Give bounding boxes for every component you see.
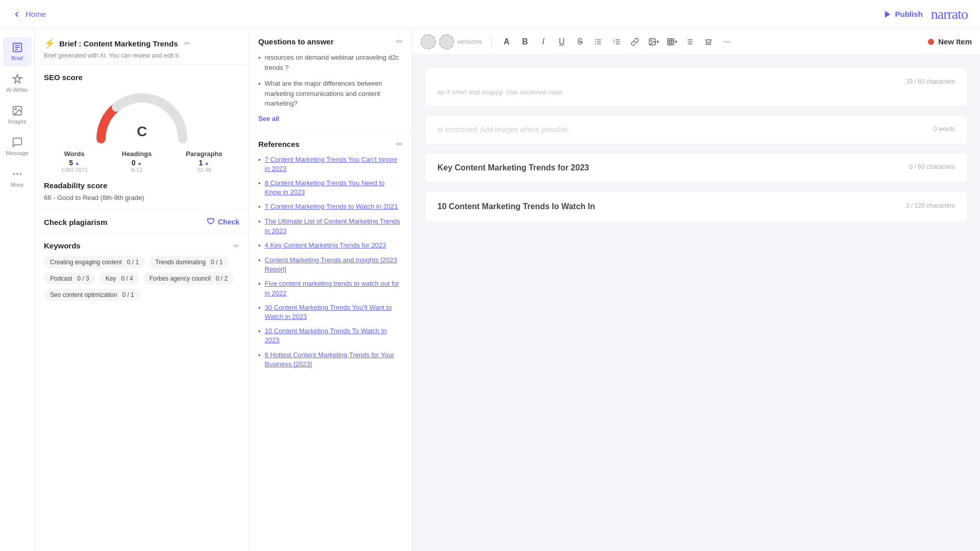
toolbar-italic-btn[interactable]: I bbox=[535, 34, 551, 49]
brief-title-row: ⚡ Brief : Content Marketing Trends ✏ bbox=[44, 38, 239, 49]
ref-bullet-9: • bbox=[258, 327, 261, 336]
svg-rect-24 bbox=[668, 39, 674, 45]
reference-link-3[interactable]: 7 Content Marketing Trends to Watch in 2… bbox=[265, 202, 398, 211]
editor-card-4-row: 10 Content Marketing Trends Io Watch In … bbox=[437, 202, 955, 211]
svg-text:C: C bbox=[136, 123, 146, 139]
svg-point-15 bbox=[595, 41, 596, 42]
reference-item-10: • 6 Hottest Content Marketing Trends for… bbox=[258, 350, 403, 369]
metric-paragraphs-label: Paragraphs bbox=[186, 150, 223, 158]
sidebar-message-label: Message bbox=[6, 150, 29, 156]
keyword-tag: Key 0 / 4 bbox=[100, 272, 139, 285]
sidebar-item-images[interactable]: Images bbox=[3, 100, 32, 130]
reference-link-5[interactable]: 4 Key Content Marketing Trends for 2023 bbox=[265, 241, 386, 250]
bullet-icon-2: • bbox=[258, 79, 261, 89]
references-edit-icon[interactable]: ✏ bbox=[396, 139, 403, 149]
editor-card-body-row: st structured. Add images where possible… bbox=[437, 126, 955, 134]
editor-card-4[interactable]: 10 Content Marketing Trends Io Watch In … bbox=[425, 191, 968, 222]
toolbar-table-btn[interactable]: ▾ bbox=[664, 34, 679, 49]
publish-icon bbox=[883, 10, 892, 19]
brand-name: narrato bbox=[931, 6, 968, 22]
metric-headings-arrow: ▲ bbox=[137, 160, 142, 166]
reference-link-7[interactable]: Five content marketing trends to watch o… bbox=[265, 279, 403, 297]
sidebar-item-brief[interactable]: Brief bbox=[3, 37, 32, 66]
plagiarism-label: Check plagiarism bbox=[44, 218, 107, 227]
toolbar-clear-btn[interactable] bbox=[701, 34, 716, 49]
publish-button[interactable]: Publish bbox=[883, 10, 923, 19]
keyword-tag: Podcast 0 / 3 bbox=[44, 272, 95, 285]
toolbar-bullet-list-btn[interactable] bbox=[591, 34, 606, 49]
home-link[interactable]: Home bbox=[12, 10, 46, 19]
questions-header: Questions to answer ✏ bbox=[258, 37, 403, 46]
editor-toolbar: versions A B I U S 12 bbox=[412, 29, 980, 55]
sidebar-item-message[interactable]: Message bbox=[3, 132, 32, 161]
brief-title: Brief : Content Marketing Trends bbox=[59, 39, 178, 48]
reference-link-9[interactable]: 10 Content Marketing Trends To Watch In … bbox=[265, 327, 403, 345]
ref-bullet-10: • bbox=[258, 351, 261, 360]
questions-edit-icon[interactable]: ✏ bbox=[396, 37, 403, 46]
seo-score-section: SEO score C Words 5 bbox=[35, 65, 249, 181]
toolbar-format-btn[interactable] bbox=[682, 34, 698, 49]
reference-link-2[interactable]: 8 Content Marketing Trends You Need to K… bbox=[265, 179, 403, 197]
toolbar-link-btn[interactable] bbox=[627, 34, 643, 49]
svg-point-8 bbox=[16, 173, 18, 175]
sidebar-item-ai-writer[interactable]: AI Writer bbox=[3, 68, 32, 98]
keyword-tag: Trends dominating 0 / 1 bbox=[149, 256, 229, 268]
editor-body-hint: st structured. Add images where possible… bbox=[437, 126, 570, 134]
question-item-1: • resources on demand webinar unraveling… bbox=[258, 53, 403, 72]
brief-panel: ⚡ Brief : Content Marketing Trends ✏ Bri… bbox=[35, 29, 249, 551]
reference-link-1[interactable]: 7 Content Marketing Trends You Can't Ign… bbox=[265, 155, 403, 173]
brief-icon bbox=[12, 42, 23, 53]
ai-writer-icon bbox=[12, 73, 23, 85]
keywords-edit-icon[interactable]: ✏ bbox=[233, 242, 239, 250]
reference-link-10[interactable]: 6 Hottest Content Marketing Trends for Y… bbox=[265, 350, 403, 369]
reference-item-2: • 8 Content Marketing Trends You Need to… bbox=[258, 179, 403, 197]
questions-title: Questions to answer bbox=[258, 37, 334, 46]
seo-gauge-container: C bbox=[44, 88, 239, 144]
editor-content: 33 / 60 characters ep it short and snapp… bbox=[412, 55, 980, 551]
reference-link-8[interactable]: 30 Content Marketing Trends You'll Want … bbox=[265, 303, 403, 321]
svg-text:2: 2 bbox=[614, 40, 615, 43]
metric-paragraphs-arrow: ▲ bbox=[204, 160, 209, 166]
editor-card-3-title[interactable]: Key Content Marketing Trends for 2023 bbox=[437, 163, 910, 172]
check-plagiarism-button[interactable]: 🛡 Check bbox=[207, 217, 239, 227]
sidebar-brief-label: Brief bbox=[11, 55, 23, 61]
home-label: Home bbox=[26, 10, 46, 18]
toolbar-underline-btn[interactable]: U bbox=[554, 34, 569, 49]
ordered-list-icon: 12 bbox=[612, 38, 621, 46]
reference-link-4[interactable]: The Ultimate List of Content Marketing T… bbox=[265, 217, 403, 235]
toolbar-ordered-list-btn[interactable]: 12 bbox=[609, 34, 624, 49]
bullet-list-icon bbox=[594, 38, 602, 46]
keyword-tags: Creating engaging content 0 / 1 Trends d… bbox=[44, 256, 239, 301]
see-all-link[interactable]: See all bbox=[258, 115, 403, 122]
toolbar-highlight-btn[interactable]: A bbox=[499, 34, 514, 49]
ref-bullet-7: • bbox=[258, 280, 261, 289]
ref-bullet-5: • bbox=[258, 241, 261, 251]
reference-link-6[interactable]: Content Marketing Trends and Insights [2… bbox=[265, 256, 403, 274]
versions-link[interactable]: versions bbox=[457, 38, 482, 45]
toolbar-image-btn[interactable]: ▾ bbox=[646, 34, 661, 49]
brand-logo: narrato bbox=[931, 6, 968, 22]
keywords-title: Keywords bbox=[44, 241, 81, 250]
editor-card-4-title[interactable]: 10 Content Marketing Trends Io Watch In bbox=[437, 202, 906, 211]
references-panel: Questions to answer ✏ • resources on dem… bbox=[249, 29, 412, 551]
toolbar-divider bbox=[491, 36, 492, 48]
editor-card-3[interactable]: Key Content Marketing Trends for 2023 0 … bbox=[425, 153, 968, 183]
toolbar-more-btn[interactable]: ··· bbox=[719, 34, 734, 49]
new-item-dot bbox=[928, 39, 934, 45]
references-section: References ✏ • 7 Content Marketing Trend… bbox=[249, 131, 412, 382]
editor-card-4-char-count: 2 / 120 characters bbox=[906, 202, 955, 209]
editor-body-placeholder[interactable]: st structured. Add images where possible… bbox=[437, 126, 934, 134]
toolbar-strikethrough-btn[interactable]: S bbox=[572, 34, 587, 49]
toolbar-right: New Item bbox=[928, 37, 972, 46]
editor-card-body[interactable]: st structured. Add images where possible… bbox=[425, 115, 968, 144]
metric-headings-label: Headings bbox=[122, 150, 152, 158]
brief-edit-icon[interactable]: ✏ bbox=[184, 39, 190, 47]
brief-header: ⚡ Brief : Content Marketing Trends ✏ Bri… bbox=[35, 29, 249, 65]
reference-item-5: • 4 Key Content Marketing Trends for 202… bbox=[258, 241, 403, 251]
editor-card-title[interactable]: 33 / 60 characters ep it short and snapp… bbox=[425, 67, 968, 107]
toolbar-avatar-1 bbox=[421, 34, 436, 49]
ref-bullet-6: • bbox=[258, 256, 261, 265]
editor-panel: versions A B I U S 12 bbox=[412, 29, 980, 551]
toolbar-bold-btn[interactable]: B bbox=[517, 34, 532, 49]
sidebar-item-more[interactable]: More bbox=[3, 163, 32, 193]
